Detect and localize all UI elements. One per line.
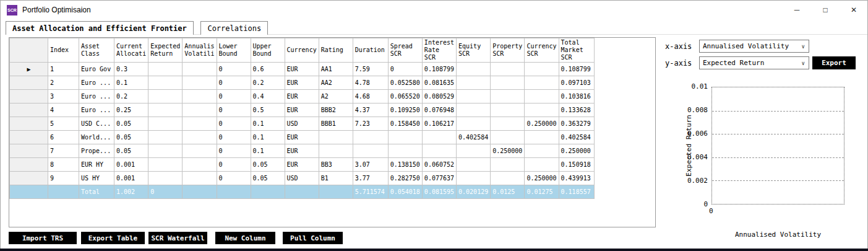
grid-cell[interactable]: A2 [319, 90, 353, 103]
grid-cell[interactable]: 4.37 [353, 103, 388, 117]
grid-cell[interactable]: 4.68 [353, 90, 388, 103]
grid-cell[interactable]: 5 [48, 117, 79, 131]
grid-cell[interactable]: 6 [48, 131, 79, 144]
grid-cell[interactable] [422, 131, 456, 144]
grid-cell[interactable] [353, 144, 388, 158]
grid-cell[interactable]: 0.282750 [388, 172, 422, 185]
grid-cell[interactable] [388, 144, 422, 158]
current-row-marker-icon[interactable]: ▶ [10, 63, 48, 76]
grid-cell[interactable]: 0.4 [251, 90, 285, 103]
grid-cell[interactable]: 0.05 [251, 172, 285, 185]
grid-cell[interactable] [148, 158, 183, 172]
grid-cell[interactable]: 0.3 [114, 63, 148, 76]
grid-cell[interactable]: 0.081595 [422, 185, 456, 199]
grid-cell[interactable]: 0.250000 [525, 172, 559, 185]
grid-cell[interactable]: 0.065520 [388, 90, 422, 103]
grid-cell[interactable]: USD [285, 117, 319, 131]
grid-cell[interactable] [525, 76, 559, 90]
grid-cell[interactable] [183, 131, 217, 144]
grid-cell[interactable]: 0.054018 [388, 185, 422, 199]
grid-cell[interactable]: 0 [217, 90, 251, 103]
grid-cell[interactable]: 0.001 [114, 172, 148, 185]
grid-cell[interactable] [491, 158, 525, 172]
grid-cell[interactable] [457, 158, 491, 172]
grid-cell[interactable]: 0.2 [114, 90, 148, 103]
minimize-button-icon[interactable]: ─ [783, 0, 811, 20]
grid-cell[interactable]: Euro ... [79, 76, 114, 90]
row-selector-header[interactable] [10, 38, 48, 63]
grid-cell[interactable]: USD C... [79, 117, 114, 131]
grid-cell[interactable]: 0.097103 [559, 76, 594, 90]
column-header-upper-bound[interactable]: Upper Bound [251, 38, 285, 63]
grid-cell[interactable] [491, 117, 525, 131]
grid-cell[interactable] [148, 172, 183, 185]
grid-cell[interactable]: 0.2 [251, 76, 285, 90]
grid-cell[interactable]: BBB1 [319, 117, 353, 131]
grid-cell[interactable] [183, 90, 217, 103]
grid-cell[interactable]: 0.060752 [422, 158, 456, 172]
column-header-total-market-scr[interactable]: Total Market SCR [559, 38, 594, 63]
grid-cell[interactable]: 4 [48, 103, 79, 117]
grid-cell[interactable] [525, 158, 559, 172]
row-selector-cell[interactable] [10, 172, 48, 185]
row-selector-cell[interactable] [10, 117, 48, 131]
export-button[interactable]: Export [812, 56, 856, 69]
grid-cell[interactable] [251, 185, 285, 199]
grid-cell[interactable] [525, 63, 559, 76]
maximize-button-icon[interactable]: □ [811, 0, 840, 20]
grid-cell[interactable]: 0.01275 [525, 185, 559, 199]
grid-cell[interactable] [48, 185, 79, 199]
grid-cell[interactable] [457, 90, 491, 103]
grid-cell[interactable] [183, 63, 217, 76]
grid-cell[interactable] [319, 185, 353, 199]
grid-cell[interactable] [183, 76, 217, 90]
grid-cell[interactable]: 0.077637 [422, 172, 456, 185]
column-header-currency-scr[interactable]: Currency SCR [525, 38, 559, 63]
scr-waterfall-button[interactable]: SCR Waterfall [148, 232, 207, 244]
pull-column-button[interactable]: Pull Column [283, 232, 343, 244]
grid-cell[interactable]: 0.1 [114, 76, 148, 90]
grid-cell[interactable]: World... [79, 131, 114, 144]
grid-cell[interactable]: 0.1 [251, 144, 285, 158]
grid-cell[interactable]: 0.118557 [559, 185, 594, 199]
column-header-spread-scr[interactable]: Spread SCR [388, 38, 422, 63]
grid-cell[interactable] [217, 185, 251, 199]
column-header-current-allocati[interactable]: Current Allocati [114, 38, 148, 63]
column-header-duration[interactable]: Duration [353, 38, 388, 63]
grid-cell[interactable]: 0 [217, 117, 251, 131]
grid-cell[interactable] [388, 131, 422, 144]
grid-cell[interactable]: US HY [79, 172, 114, 185]
grid-cell[interactable]: EUR [285, 63, 319, 76]
grid-cell[interactable]: 0.5 [251, 103, 285, 117]
grid-cell[interactable] [457, 172, 491, 185]
grid-cell[interactable]: 3.77 [353, 172, 388, 185]
row-selector-cell[interactable] [10, 131, 48, 144]
grid-cell[interactable]: 0 [217, 103, 251, 117]
grid-cell[interactable]: 0.076948 [422, 103, 456, 117]
row-selector-cell[interactable] [10, 185, 48, 199]
grid-cell[interactable]: 0 [217, 172, 251, 185]
grid-cell[interactable]: Euro ... [79, 90, 114, 103]
grid-cell[interactable] [491, 172, 525, 185]
grid-cell[interactable]: 0.1 [251, 131, 285, 144]
grid-cell[interactable]: 0.0125 [491, 185, 525, 199]
column-header-interest-rate-scr[interactable]: Interest Rate SCR [422, 38, 456, 63]
grid-cell[interactable]: 1 [48, 63, 79, 76]
grid-cell[interactable] [148, 117, 183, 131]
grid-cell[interactable]: EUR [285, 144, 319, 158]
grid-cell[interactable]: 0.25 [114, 103, 148, 117]
grid-cell[interactable]: 0.250000 [491, 144, 525, 158]
grid-cell[interactable]: EUR [285, 90, 319, 103]
export-table-button[interactable]: Export Table [81, 232, 145, 244]
grid-cell[interactable]: Euro Gov [79, 63, 114, 76]
grid-cell[interactable]: 9 [48, 172, 79, 185]
grid-cell[interactable]: 0.439913 [559, 172, 594, 185]
grid-cell[interactable]: 1.002 [114, 185, 148, 199]
grid-cell[interactable]: 0.250000 [525, 117, 559, 131]
grid-cell[interactable]: EUR [285, 158, 319, 172]
grid-cell[interactable]: 2 [48, 76, 79, 90]
tab-asset-allocation[interactable]: Asset Allocation and Efficient Frontier [6, 21, 194, 35]
grid-cell[interactable] [525, 144, 559, 158]
grid-cell[interactable] [525, 103, 559, 117]
column-header-lower-bound[interactable]: Lower Bound [217, 38, 251, 63]
